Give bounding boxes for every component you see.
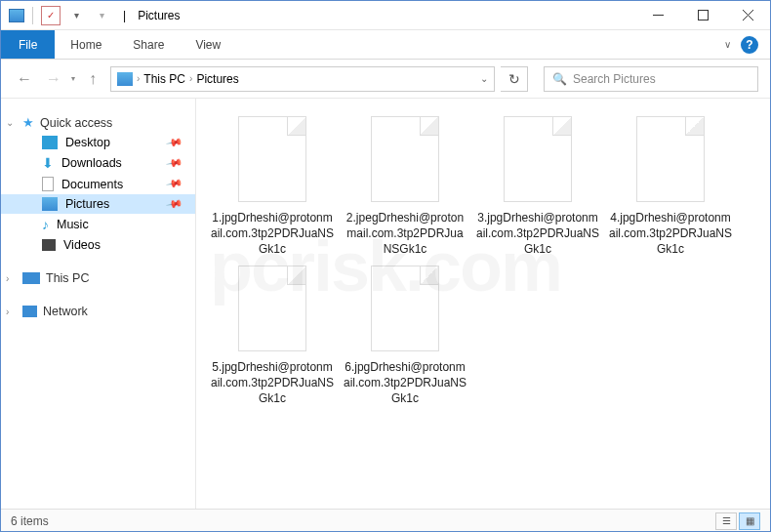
sidebar-item-music[interactable]: ♪Music	[1, 214, 195, 235]
sidebar-item-label: Music	[57, 218, 89, 231]
pin-icon: 📌	[166, 134, 184, 152]
file-item[interactable]: 2.jpegDrheshi@protonmail.com.3tp2PDRJuaN…	[339, 116, 471, 258]
file-name: 6.jpgDrheshi@protonmail.com.3tp2PDRJuaNS…	[339, 359, 471, 407]
recent-locations-icon[interactable]: ▾	[71, 74, 75, 83]
star-icon: ★	[22, 115, 34, 130]
ribbon-collapse-icon[interactable]: ∨	[724, 39, 731, 50]
file-icon	[238, 116, 306, 202]
location-icon	[117, 72, 133, 86]
pictures-icon	[42, 197, 58, 211]
sidebar-item-documents[interactable]: Documents📌	[1, 174, 195, 194]
search-icon: 🔍	[552, 72, 567, 86]
sidebar-item-label: Videos	[63, 238, 101, 252]
sidebar-quick-access[interactable]: ⌄ ★ Quick access	[1, 112, 195, 133]
svg-rect-1	[698, 11, 708, 20]
app-icon	[9, 9, 24, 22]
file-tab[interactable]: File	[1, 30, 55, 59]
back-button[interactable]: ←	[13, 67, 36, 91]
sidebar-item-videos[interactable]: Videos	[1, 235, 195, 255]
icons-view-button[interactable]: ▦	[739, 512, 760, 530]
chevron-down-icon[interactable]: ⌄	[6, 117, 14, 128]
pin-icon: 📌	[166, 175, 184, 193]
titlebar: ✓ ▾ ▾ | Pictures	[1, 1, 770, 30]
file-item[interactable]: 3.jpgDrheshi@protonmail.com.3tp2PDRJuaNS…	[471, 116, 604, 258]
sidebar-item-label: Desktop	[65, 136, 110, 149]
sidebar-item-label: Documents	[61, 178, 123, 191]
file-name: 5.jpgDrheshi@protonmail.com.3tp2PDRJuaNS…	[206, 359, 339, 407]
sidebar-item-downloads[interactable]: ⬇Downloads📌	[1, 152, 195, 174]
videos-icon	[42, 239, 56, 251]
navbar: ← → ▾ ↑ › This PC › Pictures ⌄ ↻ 🔍 Searc…	[1, 60, 770, 99]
file-item[interactable]: 4.jpgDrheshi@protonmail.com.3tp2PDRJuaNS…	[604, 116, 737, 258]
file-name: 4.jpgDrheshi@protonmail.com.3tp2PDRJuaNS…	[604, 210, 737, 258]
file-grid[interactable]: 1.jpgDrheshi@protonmail.com.3tp2PDRJuaNS…	[196, 99, 770, 509]
downloads-icon: ⬇	[42, 155, 54, 171]
refresh-button[interactable]: ↻	[501, 66, 528, 92]
search-placeholder: Search Pictures	[573, 72, 656, 86]
file-name: 3.jpgDrheshi@protonmail.com.3tp2PDRJuaNS…	[471, 210, 604, 258]
file-name: 2.jpegDrheshi@protonmail.com.3tp2PDRJuaN…	[339, 210, 471, 258]
sidebar-item-label: Downloads	[61, 156, 122, 170]
up-button[interactable]: ↑	[81, 67, 104, 91]
sidebar: ⌄ ★ Quick access Desktop📌⬇Downloads📌Docu…	[1, 99, 196, 509]
file-icon	[504, 116, 572, 202]
file-item[interactable]: 5.jpgDrheshi@protonmail.com.3tp2PDRJuaNS…	[206, 266, 339, 407]
file-icon	[636, 116, 705, 202]
file-item[interactable]: 6.jpgDrheshi@protonmail.com.3tp2PDRJuaNS…	[339, 266, 471, 407]
chevron-right-icon[interactable]: ›	[189, 73, 192, 84]
maximize-button[interactable]	[680, 1, 725, 30]
file-item[interactable]: 1.jpgDrheshi@protonmail.com.3tp2PDRJuaNS…	[206, 116, 339, 258]
pin-icon: 📌	[166, 154, 184, 173]
chevron-right-icon[interactable]: ›	[137, 73, 140, 84]
window-title: Pictures	[138, 9, 180, 22]
address-bar[interactable]: › This PC › Pictures ⌄	[110, 66, 495, 92]
pin-icon: 📌	[166, 195, 184, 214]
sidebar-item-pictures[interactable]: Pictures📌	[1, 194, 195, 214]
help-icon[interactable]: ?	[741, 36, 758, 54]
search-input[interactable]: 🔍 Search Pictures	[544, 66, 758, 92]
title-separator: |	[123, 9, 126, 22]
details-view-button[interactable]: ☰	[715, 512, 737, 530]
desktop-icon	[42, 136, 58, 149]
sidebar-this-pc[interactable]: › This PC	[1, 268, 195, 288]
statusbar: 6 items ☰ ▦	[1, 509, 770, 532]
file-icon	[371, 266, 439, 351]
pc-icon	[22, 272, 40, 284]
chevron-right-icon[interactable]: ›	[6, 307, 9, 317]
network-icon	[22, 306, 37, 317]
status-text: 6 items	[11, 514, 49, 528]
minimize-button[interactable]	[635, 1, 680, 30]
file-icon	[238, 266, 306, 351]
breadcrumb-pictures[interactable]: Pictures	[196, 72, 238, 86]
sidebar-item-desktop[interactable]: Desktop📌	[1, 133, 195, 152]
qat-checkbox-icon[interactable]: ✓	[41, 6, 61, 25]
documents-icon	[42, 177, 54, 191]
close-button[interactable]	[725, 1, 770, 30]
forward-button[interactable]: →	[42, 67, 65, 91]
qat-dropdown-icon[interactable]: ▾	[66, 6, 86, 25]
sidebar-network[interactable]: › Network	[1, 302, 195, 321]
chevron-right-icon[interactable]: ›	[6, 273, 9, 284]
qat-separator	[32, 7, 33, 24]
file-icon	[371, 116, 439, 202]
ribbon: File Home Share View ∨ ?	[1, 30, 770, 60]
tab-view[interactable]: View	[180, 30, 236, 59]
file-name: 1.jpgDrheshi@protonmail.com.3tp2PDRJuaNS…	[206, 210, 339, 258]
address-dropdown-icon[interactable]: ⌄	[480, 73, 488, 84]
qat-overflow-icon[interactable]: ▾	[92, 6, 111, 25]
tab-share[interactable]: Share	[117, 30, 180, 59]
breadcrumb-this-pc[interactable]: This PC	[143, 72, 185, 86]
tab-home[interactable]: Home	[55, 30, 117, 59]
sidebar-item-label: Pictures	[65, 197, 109, 211]
music-icon: ♪	[42, 217, 49, 232]
